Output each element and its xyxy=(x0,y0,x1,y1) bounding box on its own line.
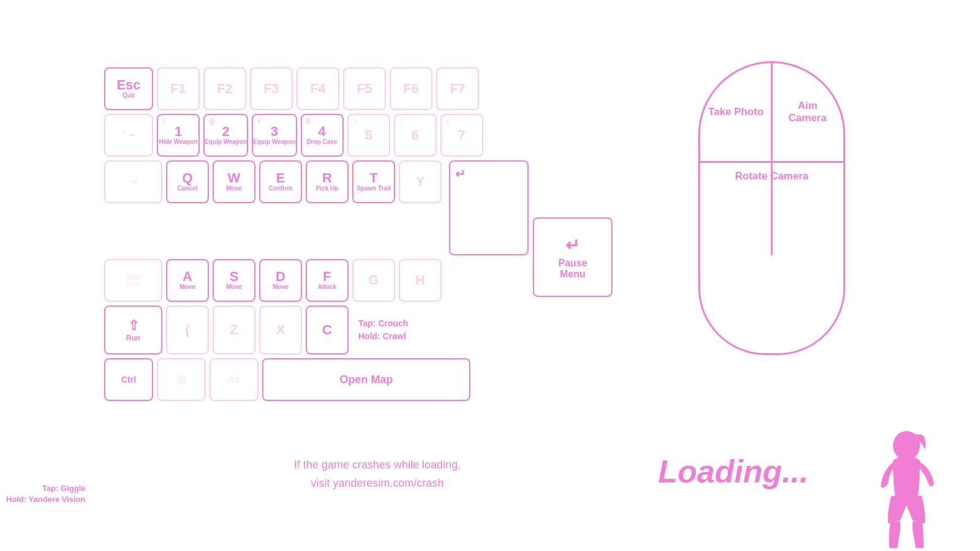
asdf-row: CapsLock A Move S Move D Move F Attack G… xyxy=(104,259,529,302)
loading-text: Loading... xyxy=(658,453,809,490)
key-z[interactable]: Z xyxy=(213,305,255,354)
key-spacebar[interactable]: Open Map xyxy=(262,358,470,401)
key-w[interactable]: W Move xyxy=(213,160,255,203)
key-alt[interactable]: Alt xyxy=(209,358,258,401)
key-g[interactable]: G xyxy=(352,259,395,302)
function-key-row: Esc Quit F1 F2 F3 F4 F5 F6 F7 xyxy=(104,67,529,110)
key-enter[interactable]: ↵ xyxy=(449,160,529,255)
key-y[interactable]: Y xyxy=(399,160,442,203)
key-6[interactable]: ^ 6 xyxy=(394,114,437,157)
key-ctrl[interactable]: Ctrl xyxy=(104,358,153,401)
key-r[interactable]: R Pick Up xyxy=(306,160,349,203)
key-win[interactable]: ⊞ xyxy=(157,358,206,401)
key-3[interactable]: # 3 Equip Weapon xyxy=(252,114,296,157)
ctrl-label: Tap: Giggle Hold: Yandere Vision xyxy=(6,483,86,505)
key-t[interactable]: T Spawn Trail xyxy=(352,160,395,203)
mouse: Take Photo Aim Camera Rotate Camera xyxy=(698,61,845,355)
key-d[interactable]: D Move xyxy=(259,259,302,302)
mouse-outline: Take Photo Aim Camera Rotate Camera xyxy=(698,61,845,355)
key-esc-main: Esc xyxy=(116,78,140,92)
number-key-row: ` ~ ! 1 Hide Weapon @ 2 Equip Weapon # 3… xyxy=(104,114,529,157)
pause-menu-key[interactable]: ↵ PauseMenu xyxy=(533,217,612,297)
key-h[interactable]: H xyxy=(399,259,442,302)
bottom-row: Ctrl ⊞ Alt Open Map xyxy=(104,358,529,401)
crash-message: If the game crashes while loading, visit… xyxy=(294,455,461,493)
key-a[interactable]: A Move xyxy=(166,259,209,302)
key-2[interactable]: @ 2 Equip Weapon xyxy=(203,114,248,157)
key-x[interactable]: X xyxy=(259,305,302,354)
key-4[interactable]: $ 4 Drop Case xyxy=(301,114,344,157)
mouse-scroll-area[interactable]: Rotate Camera xyxy=(710,170,833,182)
key-7[interactable]: & 7 xyxy=(440,114,483,157)
key-shift[interactable]: ⇧ Run xyxy=(104,305,162,354)
key-s[interactable]: S Move xyxy=(213,259,255,302)
key-tab[interactable]: ⇥ xyxy=(104,160,162,203)
qwerty-row: ⇥ Q Cancel W Move E Confirm R Pick Up T … xyxy=(104,160,529,255)
key-f[interactable]: F Attack xyxy=(306,259,349,302)
key-f7[interactable]: F7 xyxy=(436,67,479,110)
key-5[interactable]: % 5 xyxy=(347,114,390,157)
key-open-bracket[interactable]: ( xyxy=(166,305,209,354)
key-f3[interactable]: F3 xyxy=(250,67,293,110)
key-backtick[interactable]: ` ~ xyxy=(104,114,153,157)
mouse-right-button[interactable]: Aim Camera xyxy=(772,63,843,161)
key-f4[interactable]: F4 xyxy=(296,67,339,110)
keyboard: Esc Quit F1 F2 F3 F4 F5 F6 F7 ` ~ ! 1 Hi… xyxy=(104,67,529,405)
key-esc-sub: Quit xyxy=(123,92,135,99)
key-1[interactable]: ! 1 Hide Weapon xyxy=(157,114,200,157)
key-c[interactable]: C xyxy=(306,305,349,354)
key-f1[interactable]: F1 xyxy=(157,67,200,110)
c-label: Tap: Crouch Hold: Crawl xyxy=(358,317,408,343)
mouse-left-button[interactable]: Take Photo xyxy=(700,63,772,161)
key-f5[interactable]: F5 xyxy=(343,67,386,110)
zxcv-row: ⇧ Run ( Z X C Tap: Crouch Hold: Crawl xyxy=(104,305,529,354)
key-e[interactable]: E Confirm xyxy=(259,160,302,203)
key-f2[interactable]: F2 xyxy=(203,67,246,110)
key-q[interactable]: Q Cancel xyxy=(166,160,209,203)
key-capslock[interactable]: CapsLock xyxy=(104,259,162,302)
character-silhouette xyxy=(870,429,943,539)
key-f6[interactable]: F6 xyxy=(390,67,432,110)
key-esc[interactable]: Esc Quit xyxy=(104,67,153,110)
